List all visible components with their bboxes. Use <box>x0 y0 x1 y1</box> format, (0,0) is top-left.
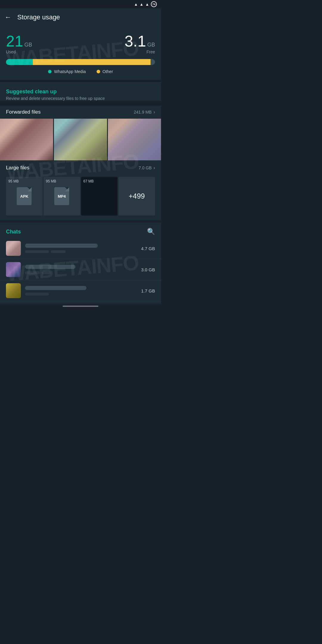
storage-legend: WhatsApp Media Other <box>6 69 155 74</box>
chat-avatar-1 <box>6 241 21 256</box>
back-button[interactable]: ← <box>5 13 11 21</box>
free-label: Free <box>146 49 155 54</box>
cleanup-description: Review and delete unnecessary files to f… <box>6 96 155 101</box>
status-bar: ▲ ▲ ▲ 74 <box>0 0 161 8</box>
file-icon-mp4: MP4 <box>54 187 69 205</box>
nav-indicator <box>63 306 98 307</box>
wifi-icon: ▲ <box>134 2 138 7</box>
bottom-nav <box>0 304 161 309</box>
file-size-dark: 67 MB <box>83 179 94 183</box>
battery-indicator: 74 <box>151 1 157 7</box>
thumbnail-3[interactable] <box>108 119 161 160</box>
chat-name-bar-1 <box>25 244 98 248</box>
large-files-chevron-icon: › <box>154 165 155 171</box>
legend-other-label: Other <box>103 69 113 74</box>
large-files-title: Large files <box>6 165 29 171</box>
apk-label: APK <box>20 194 28 199</box>
signal-icon-2: ▲ <box>145 2 149 7</box>
chat-info-1 <box>25 244 137 253</box>
file-count-label: +499 <box>129 192 145 200</box>
chat-sub-bar-2b <box>42 271 51 274</box>
forwarded-files-size-row: 241.9 MB › <box>134 109 155 115</box>
chat-size-2: 3.0 GB <box>141 267 155 272</box>
storage-bar <box>6 59 155 65</box>
chat-info-3 <box>25 286 137 295</box>
legend-dot-media <box>48 70 52 73</box>
used-unit: GB <box>24 42 32 48</box>
chat-avatar-3 <box>6 283 21 298</box>
legend-dot-other <box>97 70 100 73</box>
chevron-right-icon: › <box>154 109 155 115</box>
file-thumb-dark[interactable]: 67 MB <box>81 177 118 216</box>
chat-sub-bar-1a <box>25 250 49 253</box>
chat-info-2 <box>25 265 137 274</box>
bar-free-segment <box>151 59 155 65</box>
large-files-grid: 95 MB APK 95 MB MP4 67 MB +499 <box>0 177 161 216</box>
forwarded-thumbnails[interactable] <box>0 119 161 160</box>
large-files-section: Large files 7.0 GB › 95 MB APK 95 MB MP4 <box>0 161 161 220</box>
chat-item-2[interactable]: 3.0 GB <box>0 259 161 280</box>
forwarded-files-header[interactable]: Forwarded files 241.9 MB › <box>0 106 161 119</box>
legend-other: Other <box>97 69 113 74</box>
page-title: Storage usage <box>17 13 60 21</box>
storage-numbers: 21 GB Used 3.1 GB Free <box>6 33 155 54</box>
chat-avatar-2 <box>6 262 21 277</box>
chats-section: Chats 🔍 4.7 GB 3.0 GB <box>0 223 161 304</box>
large-files-header[interactable]: Large files 7.0 GB › <box>0 161 161 174</box>
search-icon[interactable]: 🔍 <box>147 228 155 236</box>
app-bar: ← Storage usage <box>0 8 161 26</box>
chats-header: Chats 🔍 <box>0 223 161 238</box>
chat-size-3: 1.7 GB <box>141 288 155 293</box>
chat-sub-bar-1b <box>51 250 66 253</box>
file-thumb-apk[interactable]: 95 MB APK <box>6 177 43 216</box>
storage-used: 21 GB Used <box>6 33 32 54</box>
mp4-icon-shape: MP4 <box>54 187 69 205</box>
cleanup-section: Suggested clean up Review and delete unn… <box>0 83 161 101</box>
apk-icon-shape: APK <box>17 187 32 205</box>
storage-used-value: 21 GB <box>6 33 32 49</box>
storage-section: 21 GB Used 3.1 GB Free WhatsApp Media Ot… <box>0 26 161 80</box>
chat-name-bar-3 <box>25 286 86 290</box>
signal-icon-1: ▲ <box>140 2 143 7</box>
file-size-mp4: 95 MB <box>46 179 56 183</box>
legend-media-label: WhatsApp Media <box>54 69 86 74</box>
file-icon-apk: APK <box>17 187 32 205</box>
file-thumb-mp4[interactable]: 95 MB MP4 <box>44 177 80 216</box>
used-label: Used <box>6 49 16 54</box>
chat-sub-bar-2a <box>25 271 40 274</box>
large-files-size: 7.0 GB <box>139 165 152 170</box>
chat-sub-bars-2 <box>25 271 137 274</box>
legend-media: WhatsApp Media <box>48 69 86 74</box>
chat-sub-bars-1 <box>25 250 137 253</box>
thumbnail-2[interactable] <box>54 119 107 160</box>
chat-sub-bars-3 <box>25 292 137 295</box>
thumbnail-1[interactable] <box>0 119 53 160</box>
bar-used-segment <box>6 59 33 65</box>
cleanup-title: Suggested clean up <box>6 89 155 95</box>
chat-item-1[interactable]: 4.7 GB <box>0 238 161 259</box>
file-size-apk: 95 MB <box>8 179 19 183</box>
storage-free: 3.1 GB Free <box>125 33 155 54</box>
storage-free-value: 3.1 GB <box>125 33 155 49</box>
free-unit: GB <box>147 42 155 48</box>
chats-title: Chats <box>6 229 21 235</box>
forwarded-files-title: Forwarded files <box>6 109 41 115</box>
large-files-size-row: 7.0 GB › <box>139 165 155 171</box>
chat-sub-bar-3a <box>25 292 49 295</box>
chat-name-bar-2 <box>25 265 75 269</box>
forwarded-files-size: 241.9 MB <box>134 110 152 114</box>
chat-item-3[interactable]: 1.7 GB <box>0 280 161 301</box>
used-number: 21 <box>6 33 23 49</box>
mp4-label: MP4 <box>58 194 66 199</box>
file-thumb-count[interactable]: +499 <box>118 177 155 216</box>
chat-size-1: 4.7 GB <box>141 246 155 251</box>
free-number: 3.1 <box>125 33 146 49</box>
bar-other-segment <box>33 59 151 65</box>
